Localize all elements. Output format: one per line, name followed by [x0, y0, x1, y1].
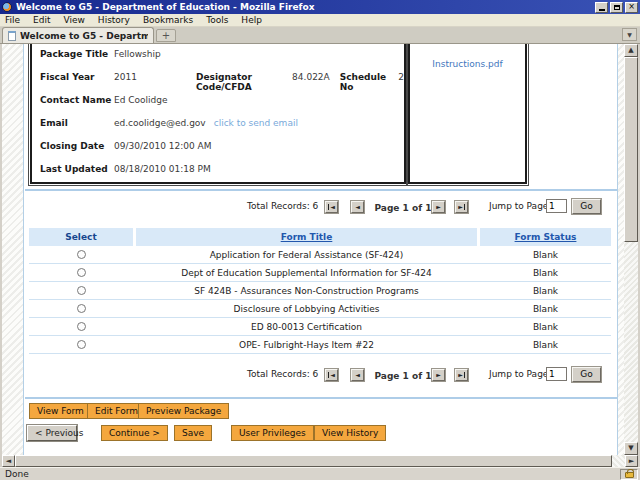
previous-button[interactable]: < Previous: [27, 425, 77, 441]
first-page-button[interactable]: ◄: [325, 201, 338, 213]
instructions-pdf-link[interactable]: Instructions.pdf: [432, 59, 502, 69]
form-select-radio[interactable]: [77, 286, 86, 295]
form-title-cell: OPE- Fulbright-Hays Item #22: [136, 340, 477, 350]
table-row: ED 80-0013 Certification Blank: [29, 318, 611, 336]
table-row: Disclosure of Lobbying Activities Blank: [29, 300, 611, 318]
fiscal-year-value: 2011: [114, 72, 196, 82]
next-page-icon: ►: [436, 372, 441, 378]
table-header-row: Select Form Title Form Status: [29, 228, 611, 246]
closing-date-label: Closing Date: [40, 141, 114, 151]
next-page-button[interactable]: ►: [432, 369, 445, 381]
scroll-down-icon: ▼: [628, 445, 633, 452]
status-text: Done: [5, 469, 620, 479]
vertical-scrollbar-thumb[interactable]: [624, 57, 638, 242]
save-button[interactable]: Save: [174, 425, 212, 441]
form-select-radio[interactable]: [77, 250, 86, 259]
menu-history[interactable]: History: [98, 15, 130, 25]
scroll-left-button[interactable]: ◄: [2, 455, 15, 467]
pagination-top: Total Records: 6 ◄ ◄ Page 1 of 1 ► ► Jum…: [25, 194, 617, 220]
scroll-right-icon: ►: [629, 458, 634, 465]
jump-to-page-input[interactable]: [546, 199, 567, 213]
forms-table: Select Form Title Form Status Applicatio…: [29, 228, 611, 354]
page-content: Package Title Fellowship Fiscal Year 201…: [25, 44, 617, 455]
user-privileges-button[interactable]: User Privileges: [231, 425, 314, 441]
view-history-button[interactable]: View History: [314, 425, 386, 441]
menu-view[interactable]: View: [64, 15, 85, 25]
form-select-radio[interactable]: [77, 322, 86, 331]
first-page-button[interactable]: ◄: [325, 369, 338, 381]
fiscal-year-label: Fiscal Year: [40, 72, 114, 82]
send-email-link[interactable]: click to send email: [214, 118, 298, 128]
scroll-right-button[interactable]: ►: [625, 455, 638, 467]
tab-welcome-g5[interactable]: Welcome to G5 - Department of Edu...: [2, 27, 154, 43]
close-button[interactable]: ×: [625, 2, 638, 13]
security-indicator[interactable]: [620, 469, 638, 480]
page-right-margin: [617, 44, 624, 455]
package-details-panel: Package Title Fellowship Fiscal Year 201…: [30, 44, 406, 184]
restore-button[interactable]: [610, 2, 623, 13]
last-page-button[interactable]: ►: [455, 201, 468, 213]
email-value: ed.coolidge@ed.gov: [114, 118, 206, 128]
last-updated-label: Last Updated: [40, 164, 114, 174]
new-tab-button[interactable]: +: [156, 29, 176, 42]
contact-name-label: Contact Name: [40, 95, 114, 105]
divider-line: [25, 189, 617, 191]
table-row: Application for Federal Assistance (SF-4…: [29, 246, 611, 264]
list-all-tabs-button[interactable]: ▼: [622, 28, 637, 41]
contact-name-value: Ed Coolidge: [114, 95, 168, 105]
menu-help[interactable]: Help: [241, 15, 262, 25]
form-select-radio[interactable]: [77, 304, 86, 313]
closing-date-value: 09/30/2010 12:00 AM: [114, 141, 211, 151]
designator-code-label: Designator Code/CFDA: [196, 72, 284, 92]
horizontal-scrollbar[interactable]: ◄ ►: [2, 455, 638, 467]
title-bar: Welcome to G5 - Department of Education …: [0, 0, 640, 14]
first-page-icon: [328, 372, 329, 378]
last-page-icon: [464, 372, 465, 378]
jump-to-page-label: Jump to Page: [489, 201, 548, 211]
tab-title: Welcome to G5 - Department of Edu...: [20, 31, 148, 41]
preview-package-button[interactable]: Preview Package: [138, 403, 229, 419]
total-records-label: Total Records: 6: [247, 369, 318, 379]
next-page-button[interactable]: ►: [432, 201, 445, 213]
minimize-button[interactable]: [595, 2, 608, 13]
divider-line: [25, 397, 617, 399]
restore-icon: [614, 5, 620, 10]
form-select-radio[interactable]: [77, 268, 86, 277]
jump-to-page-input[interactable]: [546, 367, 567, 381]
view-form-button[interactable]: View Form: [29, 403, 92, 419]
previous-page-button[interactable]: ◄: [351, 369, 364, 381]
form-title-sort-link[interactable]: Form Title: [281, 232, 333, 242]
form-select-radio[interactable]: [77, 340, 86, 349]
go-button[interactable]: Go: [572, 199, 601, 214]
table-row: SF 424B - Assurances Non-Construction Pr…: [29, 282, 611, 300]
form-title-cell: Disclosure of Lobbying Activities: [136, 304, 477, 314]
schedule-no-value: 2: [398, 72, 404, 82]
previous-page-icon: ◄: [355, 204, 360, 210]
scroll-down-button[interactable]: ▼: [624, 442, 638, 455]
scroll-up-button[interactable]: ▲: [624, 44, 638, 57]
select-column-header: Select: [29, 228, 133, 246]
form-status-sort-link[interactable]: Form Status: [515, 232, 577, 242]
last-page-button[interactable]: ►: [455, 369, 468, 381]
horizontal-scrollbar-thumb[interactable]: [15, 455, 612, 467]
menu-file[interactable]: File: [5, 15, 20, 25]
form-title-cell: Application for Federal Assistance (SF-4…: [136, 250, 477, 260]
continue-button[interactable]: Continue >: [101, 425, 168, 441]
vertical-scrollbar[interactable]: ▲ ▼: [624, 44, 638, 455]
form-title-cell: SF 424B - Assurances Non-Construction Pr…: [136, 286, 477, 296]
menu-bookmarks[interactable]: Bookmarks: [143, 15, 193, 25]
menu-bar: File Edit View History Bookmarks Tools H…: [0, 14, 640, 27]
email-label: Email: [40, 118, 114, 128]
page-left-margin: [2, 44, 24, 455]
menu-tools[interactable]: Tools: [206, 15, 228, 25]
package-title-label: Package Title: [40, 49, 114, 59]
first-page-icon: [328, 204, 329, 210]
previous-page-button[interactable]: ◄: [351, 201, 364, 213]
page-icon: [8, 31, 16, 41]
form-status-cell: Blank: [480, 322, 611, 332]
menu-edit[interactable]: Edit: [33, 15, 50, 25]
lock-icon: [625, 472, 634, 478]
go-button[interactable]: Go: [572, 367, 601, 382]
last-updated-value: 08/18/2010 01:18 PM: [114, 164, 211, 174]
status-bar: Done: [0, 467, 640, 480]
